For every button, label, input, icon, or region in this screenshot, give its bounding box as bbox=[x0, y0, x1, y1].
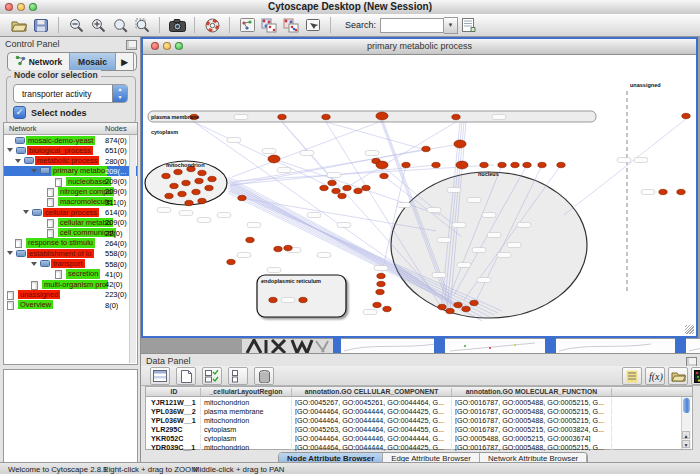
table-row-YDR039C__1[interactable]: YDR039C__1mitochondrion[GO:0044464, GO:0… bbox=[146, 442, 692, 451]
attr-multi-icon[interactable] bbox=[202, 367, 222, 385]
cell: [GO:0045267, GO:0045261, GO:0044464, G..… bbox=[292, 398, 452, 407]
scroll-up-icon[interactable]: ▲ bbox=[682, 431, 690, 439]
zoom-fit-icon[interactable] bbox=[110, 16, 130, 34]
import-table-icon[interactable] bbox=[459, 16, 479, 34]
table-row-YPL036W__1[interactable]: YPL036W__1mitochondrion[GO:0044464, GO:0… bbox=[146, 415, 692, 424]
annotation-select-icon[interactable] bbox=[303, 16, 323, 34]
table-row-YKR052C[interactable]: YKR052Ccytoplasm[GO:0044464, GO:0044446,… bbox=[146, 433, 692, 442]
tree-row-cellular-process[interactable]: cellular process614(0) bbox=[4, 207, 137, 217]
tree-scrollbar[interactable] bbox=[129, 135, 136, 363]
background-window-strip[interactable] bbox=[242, 338, 333, 354]
tree-row-secretion[interactable]: secretion41(0) bbox=[4, 269, 137, 279]
tree-row-cellular-metabo[interactable]: cellular metabo209(0) bbox=[4, 217, 137, 227]
overlay-alt-icon[interactable] bbox=[281, 16, 301, 34]
background-window-edge[interactable] bbox=[434, 338, 445, 353]
tab-mosaic[interactable]: Mosaic bbox=[70, 53, 116, 70]
tree-row-cell-communicat[interactable]: cell communicat22(0) bbox=[4, 228, 137, 238]
background-window-edge[interactable] bbox=[675, 338, 686, 353]
minimize-button[interactable] bbox=[17, 3, 25, 11]
tree-row-primary-metabo[interactable]: primary metabo209(... bbox=[4, 166, 137, 176]
close-button[interactable] bbox=[5, 3, 13, 11]
attr-select-icon[interactable] bbox=[150, 367, 170, 385]
background-window-strip[interactable] bbox=[556, 338, 675, 354]
node-color-dropdown[interactable]: transporter activity ▲▼ bbox=[13, 84, 128, 103]
table-row-YPL036W__2[interactable]: YPL036W__2plasma membrane[GO:0044464, GO… bbox=[146, 406, 692, 415]
expand-arrow-icon[interactable] bbox=[7, 251, 13, 255]
network-view-window[interactable]: primary metabolic process plasma membran… bbox=[141, 37, 698, 338]
tree-row-transport[interactable]: transport558(0) bbox=[4, 259, 137, 269]
search-dropdown-arrow[interactable]: ▼ bbox=[444, 17, 458, 34]
attr-list-icon[interactable] bbox=[622, 367, 642, 385]
select-nodes-checkbox[interactable]: ✓ bbox=[13, 106, 26, 119]
network-overview-icon[interactable] bbox=[237, 16, 257, 34]
attr-import-icon[interactable] bbox=[668, 367, 688, 385]
attr-single-icon[interactable] bbox=[228, 367, 248, 385]
background-window-strip[interactable] bbox=[686, 338, 700, 354]
window-resize-grip[interactable] bbox=[685, 325, 694, 334]
network-graph[interactable]: plasma membranecytoplasmmitochondrionnuc… bbox=[144, 55, 694, 335]
attribute-table-header[interactable]: ID_cellularLayoutRegionannotation.GO CEL… bbox=[146, 387, 692, 397]
snapshot-icon[interactable] bbox=[167, 16, 187, 34]
expand-arrow-icon[interactable] bbox=[31, 169, 37, 173]
search-input[interactable] bbox=[380, 18, 444, 33]
float-panel-icon[interactable] bbox=[126, 40, 137, 50]
tree-row-nitrogen-compo[interactable]: nitrogen compo209(0) bbox=[4, 186, 137, 196]
attr-new-icon[interactable] bbox=[176, 367, 196, 385]
expand-arrow-icon[interactable] bbox=[31, 262, 37, 266]
table-scrollbar[interactable]: ▲ ▼ bbox=[681, 397, 691, 449]
status-welcome: Welcome to Cytoscape 2.8.1 bbox=[8, 465, 108, 474]
region-plasma-membrane[interactable] bbox=[148, 111, 596, 122]
attr-matrix-icon[interactable] bbox=[691, 367, 700, 385]
table-row-YLR295C[interactable]: YLR295Ccytoplasm[GO:0045263, GO:0044464,… bbox=[146, 424, 692, 433]
col-header-0[interactable]: ID bbox=[148, 388, 201, 396]
table-scrollbar-thumb[interactable] bbox=[683, 398, 690, 413]
expand-arrow-icon[interactable] bbox=[23, 210, 29, 214]
table-row-YJR121W__1[interactable]: YJR121W__1mitochondrion[GO:0045267, GO:0… bbox=[146, 397, 692, 406]
birds-eye-view[interactable] bbox=[3, 369, 138, 474]
network-window-titlebar[interactable]: primary metabolic process bbox=[143, 39, 696, 55]
attr-fn-icon[interactable]: f(x) bbox=[645, 367, 665, 385]
tree-row-mosaic-demo-yeast[interactable]: mosaic-demo-yeast874(0) bbox=[4, 135, 137, 145]
tab-[interactable]: ▶ bbox=[116, 53, 134, 70]
zoom-in-icon[interactable] bbox=[88, 16, 108, 34]
tree-row-unassigned[interactable]: unassigned223(0) bbox=[4, 289, 137, 299]
tree-row-nodecount: 614(0) bbox=[105, 208, 127, 217]
tree-row-label: transport bbox=[51, 259, 85, 268]
tree-row-overview[interactable]: Overview8(0) bbox=[4, 300, 137, 310]
background-window-edge[interactable] bbox=[333, 338, 341, 353]
tree-row-multi-organism-pro[interactable]: multi-organism pro42(0) bbox=[4, 279, 137, 289]
zoom-button[interactable] bbox=[29, 3, 37, 11]
region-nucleus[interactable] bbox=[391, 172, 587, 318]
expand-arrow-icon[interactable] bbox=[15, 159, 21, 163]
save-icon[interactable] bbox=[31, 16, 51, 34]
network-tree-header[interactable]: Network Nodes bbox=[4, 123, 137, 135]
region-label-endoplasmic-reticulum: endoplasmic reticulum bbox=[261, 278, 321, 284]
col-header-3[interactable]: annotation.GO MOLECULAR_FUNCTION bbox=[452, 388, 612, 396]
overlay-red-icon[interactable] bbox=[259, 16, 279, 34]
background-window-edge[interactable] bbox=[545, 338, 556, 353]
network-canvas[interactable]: plasma membranecytoplasmmitochondrionnuc… bbox=[144, 55, 694, 335]
attr-delete-icon[interactable] bbox=[254, 367, 274, 385]
background-window-strip[interactable] bbox=[445, 338, 545, 354]
expand-arrow-icon[interactable] bbox=[7, 148, 13, 152]
tree-row-establishment-of-lo[interactable]: establishment of lo558(0) bbox=[4, 248, 137, 258]
scroll-down-icon[interactable]: ▼ bbox=[682, 440, 690, 448]
open-folder-icon[interactable] bbox=[9, 16, 29, 34]
tree-col-network[interactable]: Network bbox=[9, 124, 37, 133]
svg-text:f(x): f(x) bbox=[649, 371, 663, 382]
tree-row-metabolic-process[interactable]: metabolic process280(0) bbox=[4, 156, 137, 166]
tree-row-biological-process[interactable]: biological_process651(0) bbox=[4, 145, 137, 155]
col-header-2[interactable]: annotation.GO CELLULAR_COMPONENT bbox=[292, 388, 452, 396]
tree-row-macromolecule[interactable]: macromolecule311(0) bbox=[4, 197, 137, 207]
tree-row-nucleobase-[interactable]: nucleobase-209(0) bbox=[4, 176, 137, 186]
zoom-out-icon[interactable] bbox=[66, 16, 86, 34]
tree-row-response-to-stimulu[interactable]: response to stimulu264(0) bbox=[4, 238, 137, 248]
window-controls[interactable] bbox=[0, 0, 37, 14]
tab-network[interactable]: Network bbox=[8, 53, 70, 70]
help-ring-icon[interactable] bbox=[202, 16, 222, 34]
cell: YKR052C bbox=[148, 434, 201, 443]
tree-col-nodes[interactable]: Nodes bbox=[105, 124, 127, 133]
zoom-selected-icon[interactable] bbox=[132, 16, 152, 34]
background-window-strip[interactable] bbox=[341, 338, 434, 354]
col-header-1[interactable]: _cellularLayoutRegion bbox=[201, 388, 292, 396]
